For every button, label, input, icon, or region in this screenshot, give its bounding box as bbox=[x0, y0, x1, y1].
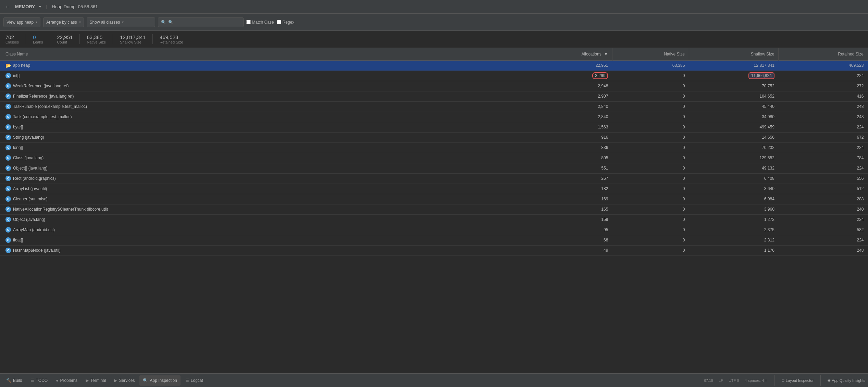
cell-allocations: 2,840 bbox=[521, 101, 612, 112]
regex-checkbox[interactable] bbox=[277, 20, 281, 24]
table-row[interactable]: CClass (java.lang)8050129,552784 bbox=[0, 153, 868, 163]
table-row[interactable]: CCleaner (sun.misc)16906,084288 bbox=[0, 194, 868, 204]
class-icon: C bbox=[5, 207, 11, 212]
col-class-name[interactable]: Class Name bbox=[0, 48, 521, 60]
table-row[interactable]: CRect (android.graphics)26706,408556 bbox=[0, 173, 868, 184]
cell-native-size: 0 bbox=[612, 245, 689, 255]
tab-services[interactable]: ▶ Services bbox=[111, 375, 138, 386]
table-row[interactable]: Cint[]3,299011,666,824224 bbox=[0, 71, 868, 81]
line-ending: LF bbox=[719, 378, 723, 383]
tab-problems[interactable]: ● Problems bbox=[52, 375, 81, 386]
tab-terminal[interactable]: ▶ Terminal bbox=[82, 375, 109, 386]
table-row[interactable]: CWeakReference (java.lang.ref)2,948070,7… bbox=[0, 81, 868, 91]
services-icon: ▶ bbox=[114, 378, 117, 383]
cell-retained-size: 224 bbox=[779, 163, 868, 173]
cell-class-name: CObject[] (java.lang) bbox=[0, 163, 521, 173]
col-native-size[interactable]: Native Size bbox=[612, 48, 689, 60]
tab-build-label: Build bbox=[13, 378, 22, 383]
cell-allocations: 159 bbox=[521, 214, 612, 225]
class-icon: C bbox=[5, 155, 11, 161]
cell-class-name: CObject (java.lang) bbox=[0, 214, 521, 225]
cell-shallow-size: 3,960 bbox=[689, 204, 779, 214]
cell-class-name: CHashMap$Node (java.util) bbox=[0, 245, 521, 255]
tab-app-inspection[interactable]: 🔍 App Inspection bbox=[139, 375, 180, 386]
class-icon: C bbox=[5, 145, 11, 150]
stat-native-size: 63,385 Native Size bbox=[87, 34, 113, 44]
col-allocations[interactable]: Allocations ▼ bbox=[521, 48, 612, 60]
view-app-heap-label: View app heap bbox=[7, 20, 34, 25]
table-row[interactable]: CNativeAllocationRegistry$CleanerThunk (… bbox=[0, 204, 868, 214]
cell-shallow-size: 129,552 bbox=[689, 153, 779, 163]
logcat-icon: ☰ bbox=[185, 378, 189, 383]
app-inspection-icon: 🔍 bbox=[143, 378, 148, 383]
table-row[interactable]: CTaskRunable (com.example.test_malloc)2,… bbox=[0, 101, 868, 112]
col-shallow-size[interactable]: Shallow Size bbox=[689, 48, 779, 60]
cell-allocations: 836 bbox=[521, 142, 612, 153]
cell-class-name: Cint[] bbox=[0, 71, 521, 81]
class-icon: C bbox=[5, 165, 11, 171]
table-row[interactable]: CArrayList (java.util)18203,640512 bbox=[0, 184, 868, 194]
cell-retained-size: 672 bbox=[779, 132, 868, 142]
table-row[interactable]: Clong[]836070,232224 bbox=[0, 142, 868, 153]
terminal-icon: ▶ bbox=[86, 378, 89, 383]
cell-class-name: CTaskRunable (com.example.test_malloc) bbox=[0, 101, 521, 112]
tab-terminal-label: Terminal bbox=[90, 378, 106, 383]
search-box[interactable]: 🔍 bbox=[158, 17, 244, 27]
table-row[interactable]: CHashMap$Node (java.util)4901,176248 bbox=[0, 245, 868, 255]
cell-shallow-size: 2,312 bbox=[689, 235, 779, 245]
tab-build[interactable]: 🔨 Build bbox=[3, 375, 26, 386]
tab-app-inspection-label: App Inspection bbox=[150, 378, 177, 383]
toolbar: View app heap ▾ Arrange by class ▾ Show … bbox=[0, 14, 868, 31]
memory-dropdown[interactable]: ▾ bbox=[39, 4, 41, 9]
cell-allocations: 551 bbox=[521, 163, 612, 173]
back-button[interactable]: ← bbox=[3, 4, 12, 10]
class-icon: C bbox=[5, 114, 11, 120]
table-row[interactable]: CArrayMap (android.util)9502,375582 bbox=[0, 225, 868, 235]
table-row[interactable]: CObject (java.lang)15901,272224 bbox=[0, 214, 868, 225]
tab-todo[interactable]: ☰ TODO bbox=[27, 375, 51, 386]
match-case-checkbox-label[interactable]: Match Case bbox=[246, 20, 274, 25]
table-row[interactable]: CTask (com.example.test_malloc)2,840034,… bbox=[0, 112, 868, 122]
native-size-label: Native Size bbox=[87, 40, 106, 44]
app-quality-button[interactable]: ◆ App Quality Insights bbox=[828, 378, 865, 383]
table-row[interactable]: 📂app heap22,95163,38512,817,341469,523 bbox=[0, 60, 868, 71]
table-row[interactable]: CObject[] (java.lang)551049,132224 bbox=[0, 163, 868, 173]
table-row[interactable]: CFinalizerReference (java.lang.ref)2,907… bbox=[0, 91, 868, 101]
cell-allocations: 49 bbox=[521, 245, 612, 255]
heap-table: Class Name Allocations ▼ Native Size Sha… bbox=[0, 48, 868, 373]
cell-retained-size: 224 bbox=[779, 142, 868, 153]
leaks-value[interactable]: 0 bbox=[33, 34, 36, 40]
cell-class-name: CNativeAllocationRegistry$CleanerThunk (… bbox=[0, 204, 521, 214]
class-icon: C bbox=[5, 217, 11, 222]
cell-shallow-size: 14,656 bbox=[689, 132, 779, 142]
cell-shallow-size: 1,176 bbox=[689, 245, 779, 255]
build-icon: 🔨 bbox=[6, 378, 11, 383]
view-app-heap-dropdown[interactable]: View app heap ▾ bbox=[3, 17, 40, 27]
cell-shallow-size: 70,232 bbox=[689, 142, 779, 153]
cell-allocations: 2,948 bbox=[521, 81, 612, 91]
layout-inspector-icon: ⊡ bbox=[781, 378, 784, 383]
match-case-checkbox[interactable] bbox=[246, 20, 251, 24]
col-retained-size[interactable]: Retained Size bbox=[779, 48, 868, 60]
table-row[interactable]: CString (java.lang)916014,656672 bbox=[0, 132, 868, 142]
todo-icon: ☰ bbox=[30, 378, 34, 383]
cell-allocations: 182 bbox=[521, 184, 612, 194]
table-row[interactable]: Cfloat[]6802,312224 bbox=[0, 235, 868, 245]
show-all-classes-dropdown[interactable]: Show all classes ▾ bbox=[87, 17, 155, 27]
regex-checkbox-label[interactable]: Regex bbox=[277, 20, 295, 25]
class-name-text: Rect (android.graphics) bbox=[13, 176, 56, 181]
cell-retained-size: 224 bbox=[779, 214, 868, 225]
cell-shallow-size: 11,666,824 bbox=[689, 71, 779, 81]
table-row[interactable]: Cbyte[]1,5630499,459224 bbox=[0, 122, 868, 132]
tab-logcat[interactable]: ☰ Logcat bbox=[182, 375, 207, 386]
class-icon: C bbox=[5, 237, 11, 243]
folder-icon: 📂 bbox=[5, 63, 11, 68]
class-name-text: byte[] bbox=[13, 125, 23, 129]
cell-class-name: CClass (java.lang) bbox=[0, 153, 521, 163]
layout-inspector-button[interactable]: ⊡ Layout Inspector bbox=[781, 378, 814, 383]
arrange-by-class-dropdown[interactable]: Arrange by class ▾ bbox=[43, 17, 84, 27]
cell-retained-size: 288 bbox=[779, 194, 868, 204]
memory-label: MEMORY bbox=[15, 4, 35, 9]
search-input[interactable] bbox=[168, 20, 230, 25]
class-name-text: float[] bbox=[13, 238, 23, 242]
